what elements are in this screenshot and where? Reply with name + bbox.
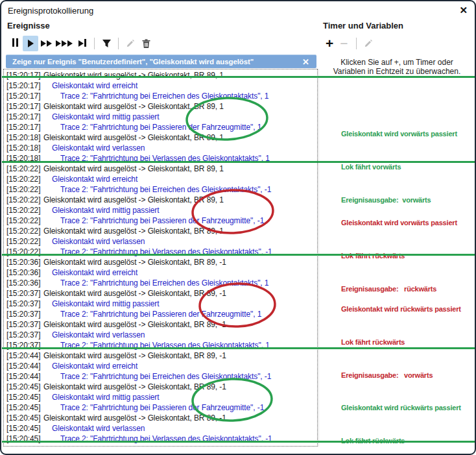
annotation-block-4: Gleiskontakt wird rückwärts passiert Lok… [341, 380, 476, 455]
log-row[interactable]: [15:20:37]Gleiskontakt wird ausgelöst ->… [4, 288, 317, 299]
pause-button[interactable] [7, 36, 23, 51]
play-icon [28, 40, 34, 47]
log-row[interactable]: [15:20:22]Gleiskontakt wird ausgelöst ->… [4, 195, 317, 205]
annotation-line: Lok fährt rückwärts [341, 436, 476, 447]
log-row[interactable]: [15:20:17]Gleiskontakt wird mittig passi… [4, 112, 317, 122]
log-row[interactable]: [15:20:22]Gleiskontakt wird erreicht [4, 174, 317, 184]
log-row[interactable]: [15:20:22]Trace 2: "Fahrtrichtung bei Er… [4, 184, 317, 195]
log-row[interactable]: [15:20:37]Gleiskontakt wird mittig passi… [4, 299, 317, 309]
log-row[interactable]: [15:20:17]Trace 2: "Fahrtrichtung bei Pa… [4, 122, 317, 132]
filter-close-icon[interactable]: ✕ [302, 57, 316, 67]
delete-button[interactable] [138, 36, 154, 51]
log-message: Gleiskontakt wird mittig passiert [52, 393, 159, 402]
add-button[interactable]: + [323, 37, 336, 50]
annotation-line: Gleiskontakt wird vorwärts passiert [341, 129, 476, 140]
log-message: Gleiskontakt wird ausgelöst -> Gleiskont… [43, 382, 226, 391]
log-timestamp: [15:20:37] [6, 288, 43, 299]
log-row[interactable]: [15:20:45]Gleiskontakt wird mittig passi… [4, 392, 317, 402]
play-button[interactable] [23, 36, 38, 51]
fast-forward-icon [41, 38, 52, 49]
log-row[interactable]: [15:20:36]Gleiskontakt wird ausgelöst ->… [4, 257, 317, 267]
log-message: Gleiskontakt wird ausgelöst -> Gleiskont… [43, 289, 226, 298]
log-timestamp: [15:20:17] [6, 112, 43, 122]
log-timestamp: [15:20:44] [6, 350, 43, 361]
log-row[interactable]: [15:20:18]Trace 2: "Fahrtrichtung bei Ve… [4, 153, 317, 164]
log-timestamp: [15:20:37] [6, 309, 43, 319]
log-message: Trace 2: "Fahrtrichtung bei Erreichen de… [60, 185, 271, 194]
edit-timer-button[interactable] [361, 36, 376, 51]
log-row[interactable]: [15:20:22]Trace 2: "Fahrtrichtung bei Ve… [4, 247, 317, 257]
log-row[interactable]: [15:20:45]Gleiskontakt wird ausgelöst ->… [4, 413, 317, 423]
log-row[interactable]: [15:20:45]Trace 2: "Fahrtrichtung bei Pa… [4, 402, 317, 413]
log-timestamp: [15:20:22] [6, 247, 43, 257]
log-message: Trace 2: "Fahrtrichtung bei Erreichen de… [60, 92, 268, 101]
log-timestamp: [15:20:17] [6, 70, 43, 80]
remove-button[interactable]: − [336, 37, 351, 50]
log-row[interactable]: [15:20:37]Trace 2: "Fahrtrichtung bei Pa… [4, 309, 317, 319]
panel-divider [318, 69, 319, 447]
log-row[interactable]: [15:20:17]Trace 2: "Fahrtrichtung bei Er… [4, 91, 317, 101]
log-row[interactable]: [15:20:22]Gleiskontakt wird ausgelöst ->… [4, 164, 317, 174]
log-message: Gleiskontakt wird verlassen [52, 237, 145, 246]
log-message: Gleiskontakt wird verlassen [52, 330, 145, 339]
log-row[interactable]: [15:20:37]Gleiskontakt wird ausgelöst ->… [4, 319, 317, 330]
log-row[interactable]: [15:20:45]Gleiskontakt wird verlassen [4, 423, 317, 434]
log-timestamp: [15:20:17] [6, 101, 43, 112]
log-timestamp: [15:20:36] [6, 267, 43, 278]
edit-button[interactable] [123, 36, 138, 51]
log-row[interactable]: [15:20:18]Gleiskontakt wird verlassen [4, 143, 317, 153]
toolbar-separator [356, 38, 357, 49]
window-close-icon[interactable]: ✕ [459, 5, 468, 16]
filter-button[interactable] [99, 36, 114, 51]
skip-to-end-button[interactable] [75, 36, 90, 51]
log-row[interactable]: [15:20:45]Trace 2: "Fahrtrichtung bei Ve… [4, 434, 317, 444]
log-row[interactable]: [15:20:22]Gleiskontakt wird ausgelöst ->… [4, 226, 317, 236]
log-message: Gleiskontakt wird verlassen [52, 424, 145, 433]
log-message: Trace 2: "Fahrtrichtung bei Verlassen de… [60, 247, 272, 256]
log-message: Gleiskontakt wird ausgelöst -> Gleiskont… [43, 351, 226, 360]
filter-bar: Zeige nur Ereignis "Benutzerdefiniert", … [6, 55, 316, 68]
log-row[interactable]: [15:20:18]Gleiskontakt wird ausgelöst ->… [4, 132, 317, 143]
log-timestamp: [15:20:22] [6, 164, 43, 174]
fast-forward-button[interactable] [38, 36, 54, 51]
annotation-line: Gleiskontakt wird rückwärts passiert [341, 304, 476, 315]
fastest-forward-button[interactable] [54, 36, 75, 51]
pencil-icon [364, 39, 373, 48]
log-message: Trace 2: "Fahrtrichtung bei Verlassen de… [60, 154, 270, 163]
log-message: Gleiskontakt wird mittig passiert [52, 206, 159, 215]
log-timestamp: [15:20:45] [6, 413, 43, 423]
log-row[interactable]: [15:20:44]Trace 2: "Fahrtrichtung bei Er… [4, 371, 317, 382]
event-log-list[interactable]: [15:20:17]Gleiskontakt wird ausgelöst ->… [3, 69, 318, 447]
event-logging-window: Ereignisprotokollierung ✕ Ereignisse Tim… [0, 0, 476, 455]
log-message: Gleiskontakt wird ausgelöst -> Gleiskont… [43, 258, 226, 267]
log-timestamp: [15:20:18] [6, 143, 43, 153]
log-message: Trace 2: "Fahrtrichtung bei Passieren de… [60, 216, 264, 225]
log-row[interactable]: [15:20:17]Gleiskontakt wird ausgelöst ->… [4, 70, 317, 80]
log-row[interactable]: [15:20:36]Gleiskontakt wird erreicht [4, 267, 317, 278]
log-timestamp: [15:20:36] [6, 278, 43, 288]
log-timestamp: [15:20:22] [6, 184, 43, 195]
log-timestamp: [15:20:37] [6, 299, 43, 309]
log-row[interactable]: [15:20:17]Gleiskontakt wird erreicht [4, 80, 317, 91]
fastest-forward-icon [56, 38, 73, 49]
log-row[interactable]: [15:20:37]Gleiskontakt wird verlassen [4, 330, 317, 340]
log-row[interactable]: [15:20:22]Trace 2: "Fahrtrichtung bei Pa… [4, 215, 317, 226]
log-timestamp: [15:20:45] [6, 423, 43, 434]
log-message: Gleiskontakt wird erreicht [52, 175, 137, 184]
log-row[interactable]: [15:20:36]Trace 2: "Fahrtrichtung bei Er… [4, 278, 317, 288]
log-message: Gleiskontakt wird ausgelöst -> Gleiskont… [43, 102, 224, 111]
log-timestamp: [15:20:22] [6, 236, 43, 247]
log-row[interactable]: [15:20:44]Gleiskontakt wird ausgelöst ->… [4, 350, 317, 361]
trash-icon [142, 39, 150, 49]
log-timestamp: [15:20:45] [6, 434, 43, 444]
log-row[interactable]: [15:20:22]Gleiskontakt wird mittig passi… [4, 205, 317, 215]
annotation-line: Gleiskontakt wird vorwärts passiert [341, 217, 476, 228]
log-row[interactable]: [15:20:45]Gleiskontakt wird ausgelöst ->… [4, 382, 317, 392]
annotation-line: Lok fährt rückwärts [341, 251, 476, 262]
log-message: Gleiskontakt wird erreicht [52, 268, 137, 277]
log-timestamp: [15:20:22] [6, 226, 43, 236]
log-row[interactable]: [15:20:44]Gleiskontakt wird erreicht [4, 361, 317, 371]
log-row[interactable]: [15:20:37]Trace 2: "Fahrtrichtung bei Ve… [4, 340, 317, 350]
log-row[interactable]: [15:20:22]Gleiskontakt wird verlassen [4, 236, 317, 247]
log-row[interactable]: [15:20:17]Gleiskontakt wird ausgelöst ->… [4, 101, 317, 112]
